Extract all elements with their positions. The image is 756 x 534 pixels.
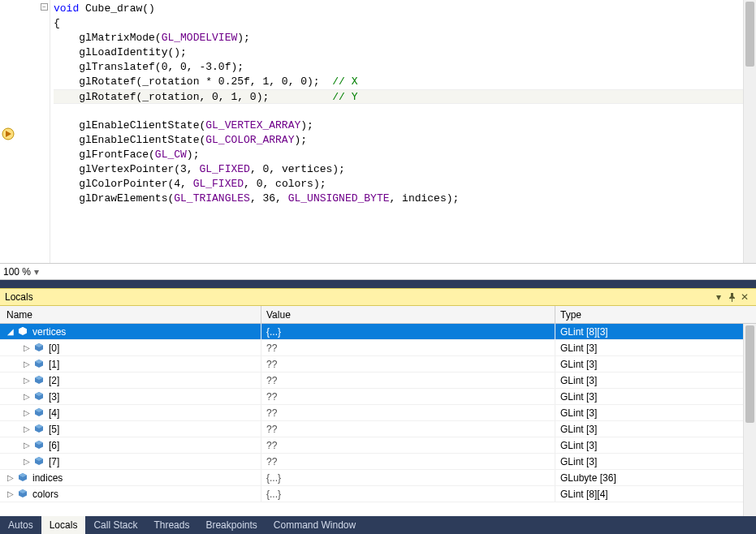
code-line[interactable]: { <box>54 16 756 31</box>
locals-grid-header: Name Value Type <box>0 306 756 324</box>
expander-icon[interactable]: ▷ <box>5 489 16 500</box>
var-value[interactable]: {...} <box>261 486 555 502</box>
var-name: [7] <box>49 456 59 467</box>
var-name: [2] <box>49 375 59 386</box>
tab-breakpoints[interactable]: Breakpoints <box>197 516 265 534</box>
header-value[interactable]: Value <box>261 306 555 323</box>
header-name[interactable]: Name <box>0 306 261 323</box>
locals-row[interactable]: ▷[6]??GLint [3] <box>0 437 756 454</box>
var-name: vertices <box>32 326 66 338</box>
var-value[interactable]: ?? <box>261 454 555 469</box>
splitter[interactable] <box>0 280 756 288</box>
var-name: [0] <box>49 342 59 354</box>
var-value[interactable]: {...} <box>261 324 555 339</box>
locals-row[interactable]: ▷[2]??GLint [3] <box>0 373 756 389</box>
code-line[interactable]: glEnableClientState(GL_VERTEX_ARRAY); <box>54 118 756 133</box>
code-line[interactable]: glRotatef(_rotation, 0, 1, 0); // Y <box>54 89 756 104</box>
code-line[interactable]: glMatrixMode(GL_MODELVIEW); <box>54 31 756 45</box>
var-name: [4] <box>49 407 59 419</box>
var-type: GLint [3] <box>555 356 756 372</box>
zoom-bar: 100 % ▾ <box>0 264 756 280</box>
var-name: [3] <box>49 391 59 403</box>
var-name: colors <box>32 489 58 500</box>
code-line[interactable] <box>54 104 756 118</box>
editor-scrollbar[interactable] <box>743 0 756 263</box>
code-line[interactable]: void Cube_draw() <box>54 2 756 16</box>
var-type: GLint [8][3] <box>555 324 756 339</box>
var-value[interactable]: ?? <box>261 356 555 372</box>
close-icon[interactable]: ✕ <box>738 291 751 304</box>
var-name: [5] <box>49 424 59 435</box>
var-type: GLint [3] <box>555 421 756 437</box>
locals-row[interactable]: ▷[4]??GLint [3] <box>0 405 756 421</box>
expander-icon[interactable]: ▷ <box>21 440 32 451</box>
locals-scrollbar[interactable] <box>743 324 756 516</box>
tab-command-window[interactable]: Command Window <box>266 516 364 534</box>
header-type[interactable]: Type <box>555 306 756 323</box>
expander-icon[interactable]: ▷ <box>21 391 32 403</box>
locals-panel-titlebar: Locals ▾ ✕ <box>0 288 756 306</box>
locals-grid[interactable]: ◢vertices{...}GLint [8][3]▷[0]??GLint [3… <box>0 324 756 516</box>
var-name: [6] <box>49 440 59 451</box>
var-value[interactable]: ?? <box>261 340 555 355</box>
code-line[interactable]: glRotatef(_rotation * 0.25f, 1, 0, 0); /… <box>54 75 756 89</box>
locals-row[interactable]: ▷[3]??GLint [3] <box>0 389 756 405</box>
var-type: GLint [3] <box>555 373 756 388</box>
var-value[interactable]: ?? <box>261 405 555 420</box>
pin-icon[interactable] <box>725 291 738 304</box>
locals-row[interactable]: ▷[7]??GLint [3] <box>0 454 756 470</box>
code-body[interactable]: void Cube_draw(){ glMatrixMode(GL_MODELV… <box>50 0 756 263</box>
zoom-dropdown-icon[interactable]: ▾ <box>34 266 39 278</box>
locals-panel-title: Locals <box>5 291 712 303</box>
tab-threads[interactable]: Threads <box>145 516 197 534</box>
tab-autos[interactable]: Autos <box>0 516 41 534</box>
var-type: GLint [3] <box>555 437 756 453</box>
locals-row[interactable]: ▷[0]??GLint [3] <box>0 340 756 356</box>
var-value[interactable]: ?? <box>261 373 555 388</box>
code-line[interactable]: glDrawElements(GL_TRIANGLES, 36, GL_UNSI… <box>54 192 756 206</box>
locals-row[interactable]: ▷[5]??GLint [3] <box>0 421 756 437</box>
code-line[interactable]: glTranslatef(0, 0, -3.0f); <box>54 60 756 75</box>
var-type: GLint [3] <box>555 405 756 420</box>
var-type: GLint [3] <box>555 454 756 469</box>
var-type: GLubyte [36] <box>555 470 756 485</box>
execution-pointer-icon <box>2 127 15 140</box>
zoom-value: 100 % <box>3 266 31 278</box>
var-type: GLint [8][4] <box>555 486 756 502</box>
code-editor[interactable]: − void Cube_draw(){ glMatrixMode(GL_MODE… <box>0 0 756 264</box>
var-type: GLint [3] <box>555 389 756 404</box>
expander-icon[interactable]: ▷ <box>21 424 32 435</box>
var-name: indices <box>32 472 63 484</box>
code-line[interactable]: glLoadIdentity(); <box>54 45 756 60</box>
var-value[interactable]: ?? <box>261 421 555 437</box>
expander-icon[interactable]: ▷ <box>21 456 32 467</box>
window-dropdown-icon[interactable]: ▾ <box>712 291 725 304</box>
var-value[interactable]: ?? <box>261 437 555 453</box>
bottom-tab-strip: AutosLocalsCall StackThreadsBreakpointsC… <box>0 516 756 534</box>
fold-toggle[interactable]: − <box>41 3 48 11</box>
expander-icon[interactable]: ▷ <box>21 342 32 354</box>
tab-call-stack[interactable]: Call Stack <box>85 516 145 534</box>
expander-icon[interactable]: ▷ <box>5 472 16 484</box>
var-name: [1] <box>49 359 59 370</box>
code-line[interactable]: glFrontFace(GL_CW); <box>54 148 756 162</box>
editor-gutter: − <box>0 0 50 263</box>
var-type: GLint [3] <box>555 340 756 355</box>
locals-row[interactable]: ◢vertices{...}GLint [8][3] <box>0 324 756 340</box>
locals-row[interactable]: ▷colors{...}GLint [8][4] <box>0 486 756 502</box>
expander-icon[interactable]: ◢ <box>5 326 16 338</box>
var-value[interactable]: ?? <box>261 389 555 404</box>
code-line[interactable]: glColorPointer(4, GL_FIXED, 0, colors); <box>54 177 756 192</box>
tab-locals[interactable]: Locals <box>41 516 86 534</box>
expander-icon[interactable]: ▷ <box>21 407 32 419</box>
locals-row[interactable]: ▷[1]??GLint [3] <box>0 356 756 373</box>
var-value[interactable]: {...} <box>261 470 555 485</box>
locals-row[interactable]: ▷indices{...}GLubyte [36] <box>0 470 756 486</box>
code-line[interactable]: glEnableClientState(GL_COLOR_ARRAY); <box>54 133 756 148</box>
expander-icon[interactable]: ▷ <box>21 359 32 370</box>
expander-icon[interactable]: ▷ <box>21 375 32 386</box>
code-line[interactable]: glVertexPointer(3, GL_FIXED, 0, vertices… <box>54 162 756 177</box>
